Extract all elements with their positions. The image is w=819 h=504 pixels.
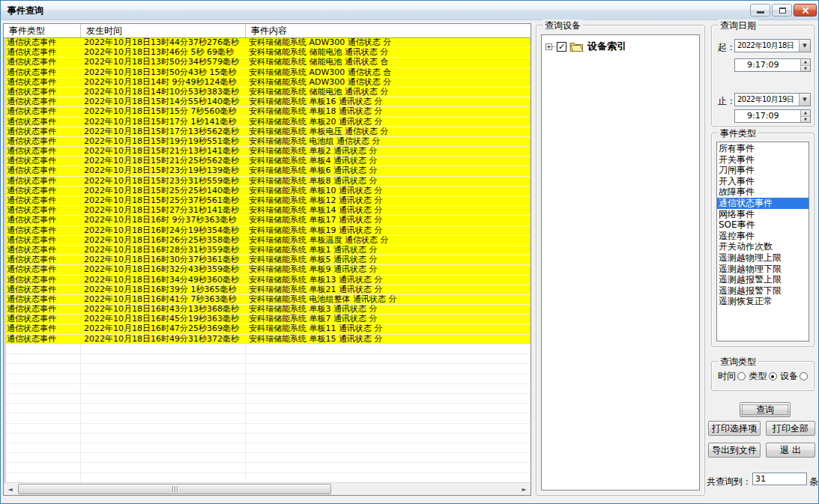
radio-icon[interactable] (769, 372, 777, 380)
table-row[interactable]: 通信状态事件 2022年10月18日13时46分 5秒 69毫秒 安科瑞储能系统… (4, 48, 531, 58)
table-row[interactable]: 通信状态事件 2022年10月18日13时44分37秒276毫秒 安科瑞储能系统… (4, 38, 531, 48)
cell-event-content: 安科瑞储能系统 ADW300 通信状态 分 (246, 78, 531, 87)
table-row[interactable]: 通信状态事件 2022年10月18日15时25分25秒140毫秒 安科瑞储能系统… (4, 186, 531, 196)
print-selected-button[interactable]: 打印选择项 (708, 421, 761, 436)
table-row[interactable]: 通信状态事件 2022年10月18日15时19分19秒551毫秒 安科瑞储能系统… (4, 137, 531, 147)
event-type-listbox[interactable]: 所有事件开关事件刀闸事件开入事件故障事件通信状态事件网络事件SOE事件遥控事件开… (716, 142, 809, 341)
table-row[interactable]: 通信状态事件 2022年10月18日15时27分31秒141毫秒 安科瑞储能系统… (4, 206, 531, 216)
query-type-options: 时间 类型 设备 (718, 370, 808, 383)
radio-icon[interactable] (800, 372, 808, 380)
print-all-button[interactable]: 打印全部 (766, 421, 815, 436)
spin-up-icon[interactable]: ▲ (801, 59, 810, 66)
event-type-item[interactable]: 开入事件 (717, 176, 809, 187)
scrollbar-thumb[interactable] (18, 484, 331, 494)
from-time-spinner[interactable]: 9:17:09 ▲ ▼ (734, 58, 811, 72)
from-label: 起： (718, 41, 736, 54)
cell-event-time: 2022年10月18日16时41分 7秒363毫秒 (81, 295, 246, 304)
horizontal-scrollbar[interactable]: ◄ ► (4, 482, 531, 495)
spin-down-icon[interactable]: ▼ (801, 117, 810, 123)
cell-event-content: 安科瑞储能系统 单板11 通讯状态 分 (246, 324, 531, 333)
table-row[interactable]: 通信状态事件 2022年10月18日15时14分55秒140毫秒 安科瑞储能系统… (4, 97, 531, 107)
maximize-button[interactable] (772, 4, 792, 16)
event-type-item[interactable]: 通信状态事件 (717, 198, 809, 209)
event-type-item[interactable]: 刀闸事件 (717, 165, 809, 176)
event-type-item[interactable]: 网络事件 (717, 209, 809, 220)
cell-event-type: 通信状态事件 (4, 166, 81, 175)
table-row[interactable]: 通信状态事件 2022年10月18日16时 9分37秒363毫秒 安科瑞储能系统… (4, 216, 531, 225)
table-body: 通信状态事件 2022年10月18日13时44分37秒276毫秒 安科瑞储能系统… (4, 38, 531, 482)
tree-node-device-index[interactable]: + ✓ 设备索引 (542, 35, 699, 53)
event-type-item[interactable]: 遥测越物理上限 (717, 252, 809, 264)
table-row[interactable]: 通信状态事件 2022年10月18日15时21分25秒562毫秒 安科瑞储能系统… (4, 157, 531, 166)
spin-down-icon[interactable]: ▼ (801, 66, 810, 72)
spin-up-icon[interactable]: ▲ (801, 110, 810, 117)
table-row[interactable]: 通信状态事件 2022年10月18日14时 9分49秒124毫秒 安科瑞储能系统… (4, 78, 531, 88)
table-row[interactable]: 通信状态事件 2022年10月18日16时28分31秒359毫秒 安科瑞储能系统… (4, 246, 531, 255)
event-type-item[interactable]: 遥测恢复正常 (717, 296, 809, 307)
table-row[interactable]: 通信状态事件 2022年10月18日16时47分25秒369毫秒 安科瑞储能系统… (4, 324, 531, 334)
table-row[interactable]: 通信状态事件 2022年10月18日16时26分25秒358毫秒 安科瑞储能系统… (4, 236, 531, 246)
table-row[interactable]: 通信状态事件 2022年10月18日15时17分13秒562毫秒 安科瑞储能系统… (4, 127, 531, 137)
dropdown-icon[interactable]: ▼ (799, 94, 810, 106)
event-type-item[interactable]: 遥测越报警下限 (717, 285, 809, 297)
minimize-button[interactable] (750, 4, 770, 16)
table-row[interactable]: 通信状态事件 2022年10月18日15时23分19秒139毫秒 安科瑞储能系统… (4, 166, 531, 176)
table-row[interactable]: 通信状态事件 2022年10月18日15时17分 1秒141毫秒 安科瑞储能系统… (4, 118, 531, 127)
to-date-combobox[interactable]: 2022年10月19日 ▼ (734, 93, 811, 106)
radio-label: 类型 (749, 370, 767, 383)
event-type-item[interactable]: 开关动作次数 (717, 241, 809, 252)
query-type-radio[interactable]: 类型 (749, 370, 777, 383)
table-rows: 通信状态事件 2022年10月18日13时44分37秒276毫秒 安科瑞储能系统… (4, 38, 531, 344)
cell-event-content: 安科瑞储能系统 单板14 通讯状态 分 (246, 206, 531, 215)
table-row[interactable]: 通信状态事件 2022年10月18日16时24分19秒354毫秒 安科瑞储能系统… (4, 226, 531, 236)
cell-event-content: 安科瑞储能系统 单板20 通讯状态 分 (246, 118, 531, 127)
cell-event-time: 2022年10月18日15时21分25秒562毫秒 (81, 157, 246, 166)
table-row[interactable]: 通信状态事件 2022年10月18日15时21分13秒141毫秒 安科瑞储能系统… (4, 147, 531, 157)
query-type-radio[interactable]: 时间 (718, 370, 746, 383)
column-header-time[interactable]: 发生时间 (81, 24, 246, 37)
result-count-field[interactable]: 31 (752, 473, 807, 485)
dropdown-icon[interactable]: ▼ (799, 40, 810, 52)
export-to-file-button[interactable]: 导出到文件 (708, 443, 761, 458)
cell-event-content: 安科瑞储能系统 单板9 通讯状态 分 (246, 265, 531, 274)
column-header-content[interactable]: 事件内容 (246, 24, 531, 37)
table-row[interactable]: 通信状态事件 2022年10月18日13时50分43秒 15毫秒 安科瑞储能系统… (4, 68, 531, 78)
event-type-item[interactable]: 遥测越报警上限 (717, 274, 809, 285)
table-row[interactable]: 通信状态事件 2022年10月18日16时32分43秒359毫秒 安科瑞储能系统… (4, 265, 531, 275)
column-header-type[interactable]: 事件类型 (4, 24, 81, 37)
table-row[interactable]: 通信状态事件 2022年10月18日13时50分34秒579毫秒 安科瑞储能系统… (4, 58, 531, 67)
table-row[interactable]: 通信状态事件 2022年10月18日16时41分 7秒363毫秒 安科瑞储能系统… (4, 295, 531, 305)
from-date-combobox[interactable]: 2022年10月18日 ▼ (734, 39, 811, 52)
close-button[interactable] (794, 4, 817, 16)
table-header: 事件类型 发生时间 事件内容 (4, 24, 531, 38)
exit-button[interactable]: 退 出 (766, 443, 815, 458)
tree-checkbox[interactable]: ✓ (557, 42, 566, 52)
table-row[interactable]: 通信状态事件 2022年10月18日14时10分53秒383毫秒 安科瑞储能系统… (4, 88, 531, 97)
event-type-item[interactable]: 遥测越物理下限 (717, 264, 809, 275)
cell-event-time: 2022年10月18日16时49分31秒372毫秒 (81, 335, 246, 344)
query-type-radio[interactable]: 设备 (780, 370, 808, 383)
event-type-item[interactable]: 开关事件 (717, 154, 809, 166)
event-type-item[interactable]: 遥控事件 (717, 231, 809, 242)
table-row[interactable]: 通信状态事件 2022年10月18日15时23分31秒559毫秒 安科瑞储能系统… (4, 177, 531, 186)
cell-event-content: 安科瑞储能系统 单板1 通讯状态 分 (246, 246, 531, 255)
query-button[interactable]: 查询 (740, 402, 791, 417)
table-row[interactable]: 通信状态事件 2022年10月18日16时45分19秒363毫秒 安科瑞储能系统… (4, 315, 531, 324)
table-row[interactable]: 通信状态事件 2022年10月18日15时15分 7秒560毫秒 安科瑞储能系统… (4, 107, 531, 117)
table-row[interactable]: 通信状态事件 2022年10月18日16时43分13秒368毫秒 安科瑞储能系统… (4, 305, 531, 315)
table-row[interactable]: 通信状态事件 2022年10月18日16时30分37秒361毫秒 安科瑞储能系统… (4, 255, 531, 265)
tree-node-label[interactable]: 设备索引 (587, 40, 626, 53)
event-type-item[interactable]: SOE事件 (717, 219, 809, 231)
event-type-item[interactable]: 所有事件 (717, 143, 809, 154)
tree-expand-icon[interactable]: + (546, 43, 552, 50)
table-row[interactable]: 通信状态事件 2022年10月18日15时25分37秒561毫秒 安科瑞储能系统… (4, 196, 531, 206)
event-type-item[interactable]: 故障事件 (717, 186, 809, 198)
table-row[interactable]: 通信状态事件 2022年10月18日16时39分 1秒365毫秒 安科瑞储能系统… (4, 285, 531, 295)
to-time-spinner[interactable]: 9:17:09 ▲ ▼ (734, 109, 811, 123)
scroll-left-icon[interactable]: ◄ (4, 483, 16, 495)
table-row[interactable]: 通信状态事件 2022年10月18日16时49分31秒372毫秒 安科瑞储能系统… (4, 335, 531, 344)
table-row[interactable]: 通信状态事件 2022年10月18日16时34分49秒360毫秒 安科瑞储能系统… (4, 276, 531, 285)
device-group-label: 查询设备 (543, 19, 583, 32)
scroll-right-icon[interactable]: ► (518, 483, 531, 495)
radio-icon[interactable] (737, 372, 746, 380)
